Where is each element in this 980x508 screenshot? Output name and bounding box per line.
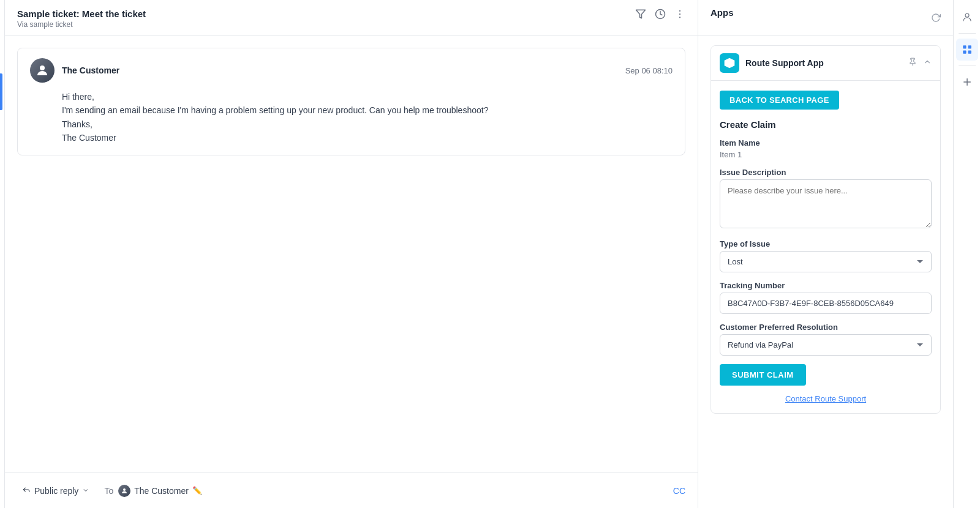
more-options-icon[interactable] xyxy=(674,9,685,20)
type-of-issue-group: Type of Issue Lost Damaged Stolen Wrong … xyxy=(720,239,932,272)
submit-claim-button[interactable]: SUBMIT CLAIM xyxy=(720,364,806,386)
app-card-header-left: Route Support App xyxy=(720,53,824,73)
tracking-number-input[interactable] xyxy=(720,293,932,314)
rail-divider-2 xyxy=(959,65,976,66)
pin-icon[interactable] xyxy=(908,58,917,69)
svg-point-6 xyxy=(123,488,126,491)
issue-description-label: Issue Description xyxy=(720,168,932,177)
reply-to-label: To xyxy=(104,486,113,496)
reply-recipient: The Customer ✏️ xyxy=(118,485,202,497)
svg-point-5 xyxy=(40,65,45,70)
history-icon[interactable] xyxy=(655,9,666,20)
app-logo xyxy=(720,53,739,73)
right-panel: Apps Route Support App xyxy=(698,0,980,508)
apps-content: Apps Route Support App xyxy=(698,0,953,508)
ticket-subtitle: Via sample ticket xyxy=(17,20,146,29)
message-card: The Customer Sep 06 08:10 Hi there, I'm … xyxy=(17,48,685,155)
app-card-header-right xyxy=(908,58,932,69)
message-body: Hi there, I'm sending an email because I… xyxy=(30,90,673,145)
item-name-value: Item 1 xyxy=(720,150,932,159)
resolution-select[interactable]: Refund via PayPal Replacement Refund via… xyxy=(720,334,932,356)
message-timestamp: Sep 06 08:10 xyxy=(625,66,673,75)
reply-type-chevron-icon xyxy=(82,486,89,496)
svg-point-8 xyxy=(965,13,969,17)
message-thread: The Customer Sep 06 08:10 Hi there, I'm … xyxy=(5,35,698,473)
refresh-icon[interactable] xyxy=(931,13,941,23)
recipient-avatar xyxy=(118,485,130,497)
collapse-icon[interactable] xyxy=(923,58,932,69)
message-header: The Customer Sep 06 08:10 xyxy=(30,58,673,83)
svg-rect-12 xyxy=(968,51,971,54)
reply-left: Public reply To The Customer ✏️ xyxy=(17,482,202,499)
svg-point-2 xyxy=(679,10,680,12)
message-line-1: Hi there, xyxy=(62,90,673,103)
resolution-label: Customer Preferred Resolution xyxy=(720,323,932,332)
reply-type-label: Public reply xyxy=(34,486,78,496)
issue-description-group: Issue Description xyxy=(720,168,932,231)
reply-type-button[interactable]: Public reply xyxy=(17,482,94,499)
resolution-group: Customer Preferred Resolution Refund via… xyxy=(720,323,932,356)
cc-button[interactable]: CC xyxy=(673,486,685,496)
tracking-number-group: Tracking Number xyxy=(720,281,932,314)
svg-point-4 xyxy=(679,17,680,18)
edit-recipient-icon[interactable]: ✏️ xyxy=(192,486,202,495)
ticket-title-area: Sample ticket: Meet the ticket Via sampl… xyxy=(17,9,146,29)
reply-arrow-icon xyxy=(22,485,31,496)
message-line-2: I'm sending an email because I'm having … xyxy=(62,103,673,117)
grid-icon[interactable] xyxy=(956,39,978,61)
ticket-header-actions xyxy=(635,9,685,20)
item-name-label: Item Name xyxy=(720,138,932,148)
add-icon[interactable] xyxy=(956,71,978,93)
svg-rect-9 xyxy=(963,45,966,48)
main-ticket-area: Sample ticket: Meet the ticket Via sampl… xyxy=(5,0,698,508)
message-line-4: The Customer xyxy=(62,131,673,144)
avatar-image xyxy=(30,58,55,83)
rail-divider-1 xyxy=(959,33,976,34)
message-author-area: The Customer xyxy=(30,58,119,83)
type-of-issue-select[interactable]: Lost Damaged Stolen Wrong Item xyxy=(720,251,932,272)
avatar xyxy=(30,58,55,83)
left-sidebar xyxy=(0,0,5,508)
contact-route-support-link[interactable]: Contact Route Support xyxy=(720,394,932,403)
apps-title: Apps xyxy=(710,7,734,18)
item-name-group: Item Name Item 1 xyxy=(720,138,932,159)
svg-marker-0 xyxy=(636,10,646,18)
reply-bar: Public reply To The Customer ✏️ CC xyxy=(5,473,698,508)
svg-point-3 xyxy=(679,13,680,15)
back-to-search-button[interactable]: BACK TO SEARCH PAGE xyxy=(720,91,839,110)
create-claim-title: Create Claim xyxy=(720,119,932,130)
svg-rect-10 xyxy=(968,45,971,48)
reply-right: CC xyxy=(673,485,685,496)
app-card: Route Support App BACK TO SEARCH PAGE Cr… xyxy=(710,45,941,414)
app-name: Route Support App xyxy=(745,58,824,68)
sidebar-accent xyxy=(0,73,2,110)
apps-header: Apps xyxy=(698,0,953,35)
tracking-number-label: Tracking Number xyxy=(720,281,932,290)
icon-rail xyxy=(953,0,980,508)
app-card-header: Route Support App xyxy=(711,46,940,81)
type-of-issue-label: Type of Issue xyxy=(720,239,932,248)
filter-icon[interactable] xyxy=(635,9,646,20)
ticket-header: Sample ticket: Meet the ticket Via sampl… xyxy=(5,0,698,35)
user-icon[interactable] xyxy=(956,6,978,28)
message-line-3: Thanks, xyxy=(62,118,673,131)
issue-description-input[interactable] xyxy=(720,179,932,228)
ticket-title: Sample ticket: Meet the ticket xyxy=(17,9,146,19)
svg-rect-11 xyxy=(963,51,966,54)
recipient-name: The Customer xyxy=(134,486,189,496)
app-card-body: BACK TO SEARCH PAGE Create Claim Item Na… xyxy=(711,81,940,413)
author-name: The Customer xyxy=(62,65,119,75)
